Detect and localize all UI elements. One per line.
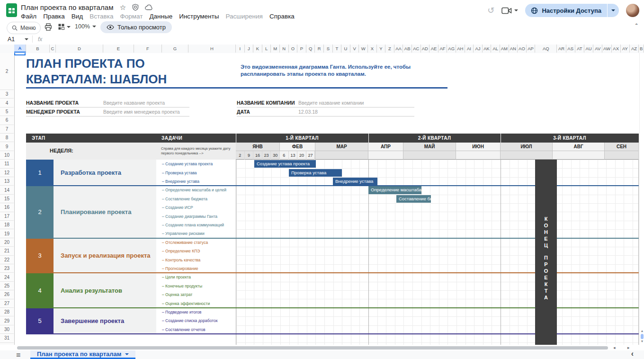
column-header-V[interactable]: V — [350, 45, 359, 53]
column-header-AD[interactable]: AD — [421, 45, 430, 53]
row-header-19[interactable]: 19 — [0, 229, 14, 238]
column-header-AJ[interactable]: AJ — [474, 45, 483, 53]
column-header-C[interactable]: C — [50, 45, 56, 53]
menu-Справка[interactable]: Справка — [266, 12, 298, 20]
row-header-9[interactable]: 9 — [0, 142, 14, 151]
share-button[interactable]: Настройки Доступа — [525, 4, 619, 17]
week-date[interactable]: 16 — [253, 151, 262, 160]
gantt-bar[interactable]: Внедрение устава — [333, 178, 377, 185]
menu-Инструменты[interactable]: Инструменты — [176, 12, 222, 20]
task-item[interactable]: – Оценка эффективности — [156, 299, 236, 308]
task-item[interactable]: – Управление рисками — [156, 229, 236, 238]
task-item[interactable]: – Создание диаграммы Ганта — [156, 212, 236, 221]
task-item[interactable]: – Цели проекта — [156, 273, 236, 281]
paint-format-icon[interactable] — [58, 23, 71, 30]
column-header-AK[interactable]: AK — [483, 45, 492, 53]
star-icon[interactable]: ☆ — [120, 4, 126, 11]
column-header-AE[interactable]: AE — [429, 45, 438, 53]
gantt-bar[interactable]: Создание устава проекта — [254, 160, 316, 168]
row-header-4[interactable]: 4 — [0, 99, 14, 107]
scroll-left-icon[interactable]: ◂ — [613, 345, 616, 350]
horizontal-scrollbar[interactable]: ◂ ▸ — [0, 345, 644, 350]
task-item[interactable]: – Прогнозирование — [156, 264, 236, 273]
gantt-bar[interactable]: Составление бюдж — [396, 195, 431, 203]
week-date[interactable]: 20 — [297, 151, 306, 160]
week-date[interactable]: 13 — [289, 151, 298, 160]
week-date[interactable]: 27 — [306, 151, 315, 160]
horizontal-scroll-thumb[interactable] — [17, 346, 608, 350]
row-header-27[interactable]: 27 — [0, 299, 14, 308]
column-header-AM[interactable]: AM — [500, 45, 509, 53]
sheet-tab[interactable]: План проекта по кварталам — [30, 350, 135, 359]
row-header-29[interactable]: 29 — [0, 316, 14, 325]
scroll-right-icon[interactable]: ▸ — [627, 345, 630, 350]
column-header-T[interactable]: T — [333, 45, 342, 53]
field-value[interactable]: Введите название проекта — [103, 100, 165, 106]
share-dropdown[interactable] — [608, 4, 619, 17]
column-header-M[interactable]: M — [271, 45, 280, 53]
column-header-AC[interactable]: AC — [412, 45, 421, 53]
task-item[interactable]: – Внедрение устава — [156, 177, 236, 186]
collapse-panel-icon[interactable]: ‹ — [631, 350, 634, 358]
task-item[interactable]: – Подведение итогов — [156, 308, 236, 316]
gantt-grid[interactable] — [236, 160, 639, 345]
column-header-AH[interactable]: AH — [456, 45, 465, 53]
collapse-toolbar-icon[interactable]: ˆ — [635, 23, 637, 30]
column-header-A[interactable]: A — [14, 45, 26, 53]
menu-Правка[interactable]: Правка — [40, 12, 68, 20]
column-header-Q[interactable]: Q — [306, 45, 315, 53]
week-date[interactable]: 9 — [245, 151, 254, 160]
meet-camera-button[interactable] — [501, 7, 518, 14]
column-header-AB[interactable]: AB — [403, 45, 412, 53]
row-header-5[interactable]: 5 — [0, 108, 14, 116]
column-header-AF[interactable]: AF — [438, 45, 447, 53]
column-header-AA[interactable]: AA — [394, 45, 403, 53]
row-header-12[interactable]: 12 — [0, 169, 14, 177]
all-sheets-icon[interactable]: ≡ — [16, 351, 20, 359]
field-value[interactable]: Введите имя менеджера проекта — [103, 109, 180, 115]
row-header-30[interactable]: 30 — [0, 325, 14, 334]
column-header-G[interactable]: G — [162, 45, 188, 53]
week-date[interactable]: 2 — [236, 151, 245, 160]
task-item[interactable]: – Создание устава проекта — [156, 160, 236, 168]
task-item[interactable]: – Создание плана коммуникаций — [156, 221, 236, 229]
column-header-H[interactable]: H — [188, 45, 236, 53]
column-header-R[interactable]: R — [315, 45, 324, 53]
column-header-E[interactable]: E — [103, 45, 134, 53]
task-item[interactable]: – Конечные продукты — [156, 282, 236, 290]
row-header-21[interactable]: 21 — [0, 247, 14, 255]
column-header-AR[interactable]: AR — [557, 45, 566, 53]
column-header-L[interactable]: L — [262, 45, 271, 53]
row-header-2[interactable]: 2 — [0, 53, 14, 90]
column-header-AO[interactable]: AO — [518, 45, 527, 53]
column-header-P[interactable]: P — [297, 45, 306, 53]
column-header-AQ[interactable]: AQ — [535, 45, 557, 53]
row-header-26[interactable]: 26 — [0, 290, 14, 299]
week-date[interactable]: 30 — [271, 151, 280, 160]
sheets-logo-icon[interactable] — [6, 3, 17, 17]
column-header-AU[interactable]: AU — [584, 45, 593, 53]
zoom-control[interactable]: 100% — [75, 23, 96, 30]
row-header-22[interactable]: 22 — [0, 256, 14, 264]
sheet-grid[interactable]: 2345678910111213141516171819202122232425… — [0, 53, 644, 345]
row-header-31[interactable]: 31 — [0, 334, 14, 342]
row-header-14[interactable]: 14 — [0, 186, 14, 194]
sheet-tab-menu-icon[interactable] — [125, 353, 129, 355]
column-header-AW[interactable]: AW — [602, 45, 611, 53]
task-item[interactable]: – Проверка устава — [156, 169, 236, 177]
column-header-O[interactable]: O — [289, 45, 298, 53]
column-header-AI[interactable]: AI — [465, 45, 474, 53]
column-header-W[interactable]: W — [359, 45, 368, 53]
row-header-23[interactable]: 23 — [0, 264, 14, 273]
column-header-B-partial[interactable]: B — [639, 45, 644, 53]
task-item[interactable]: – Составление бюджета — [156, 195, 236, 203]
version-history-icon[interactable]: ↺ — [487, 5, 494, 16]
gantt-bar[interactable]: Определение масштаба и це — [368, 186, 421, 194]
column-header-U[interactable]: U — [341, 45, 350, 53]
view-only-chip[interactable]: Только просмотр — [100, 21, 172, 33]
task-item[interactable]: – Создание ИСР — [156, 203, 236, 212]
row-header-18[interactable]: 18 — [0, 221, 14, 229]
task-item[interactable]: – Определение масштаба и целей — [156, 186, 236, 194]
column-header-AP[interactable]: AP — [527, 45, 536, 53]
column-header-AS[interactable]: AS — [566, 45, 575, 53]
